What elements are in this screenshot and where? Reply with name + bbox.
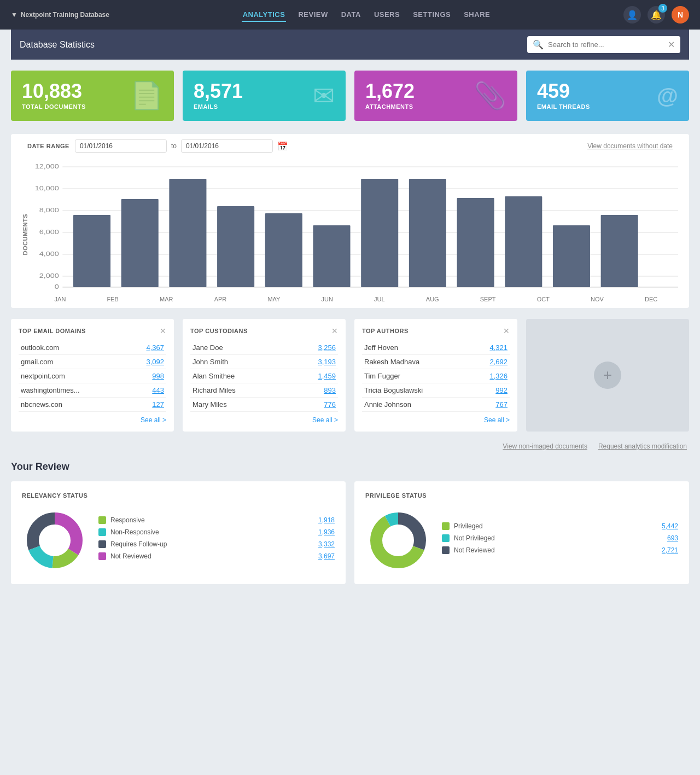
search-clear-icon[interactable]: ✕ [668,39,675,50]
month-sept: SEPT [480,296,496,302]
stat-emails-value: 8,571 [194,81,243,101]
table-row: Jane Doe 3,256 [190,341,338,355]
domain-count[interactable]: 443 [128,383,166,398]
responsive-count[interactable]: 1,918 [318,516,335,524]
date-to-input[interactable] [181,139,273,153]
month-dec: DEC [645,296,657,302]
month-jan: JAN [55,296,66,302]
month-jul: JUL [374,296,385,302]
svg-rect-20 [361,179,398,287]
stat-total-docs-label: TOTAL DOCUMENTS [22,103,86,110]
custodian-count[interactable]: 1,459 [291,369,338,383]
search-input[interactable] [548,40,663,49]
not-reviewed-rel-count[interactable]: 3,697 [318,552,335,560]
top-email-domains-close[interactable]: ✕ [160,327,166,335]
custodian-count[interactable]: 776 [291,398,338,412]
table-row: gmail.com 3,092 [19,355,166,369]
privileged-count[interactable]: 5,442 [662,522,678,530]
legend-item-responsive: Responsive 1,918 [98,516,335,524]
non-responsive-label: Non-Responsive [110,528,314,536]
search-icon: 🔍 [533,39,544,50]
custodians-table: Jane Doe 3,256 John Smith 3,193 Alan Smi… [190,341,338,412]
author-name: Annie Johnson [362,398,471,412]
nav-share[interactable]: SHARE [463,8,491,22]
brand: ▼ Nextpoint Training Database [11,11,109,19]
top-custodians-close[interactable]: ✕ [331,327,338,335]
svg-rect-16 [169,179,206,287]
domain-name: nbcnews.con [19,398,128,412]
view-non-imaged-link[interactable]: View non-imaged documents [503,442,587,450]
calendar-icon[interactable]: 📅 [277,141,288,151]
author-count[interactable]: 2,692 [471,355,510,369]
legend-item-follow-up: Requires Follow-up 3,332 [98,540,335,548]
stat-card-attachments[interactable]: 1,672 ATTACHMENTS 📎 [354,71,517,121]
add-widget-button[interactable]: + [594,362,621,389]
month-nov: NOV [591,296,604,302]
svg-rect-18 [265,213,302,287]
domain-count[interactable]: 127 [128,398,166,412]
responsive-label: Responsive [110,516,314,524]
custodian-count[interactable]: 893 [291,383,338,398]
svg-text:8,000: 8,000 [39,207,59,214]
author-name: Jeff Hoven [362,341,471,355]
stat-card-total-docs[interactable]: 10,883 TOTAL DOCUMENTS 📄 [11,71,174,121]
non-responsive-dot [98,528,106,536]
domain-count[interactable]: 4,367 [128,341,166,355]
custodian-name: Richard Miles [190,383,291,398]
view-docs-without-date-link[interactable]: View documents without date [587,142,673,150]
attachment-icon: 📎 [474,80,506,111]
not-privileged-label: Not Privileged [454,534,663,542]
add-panel[interactable]: + [526,319,689,432]
custodian-count[interactable]: 3,256 [291,341,338,355]
nav-users[interactable]: USERS [373,8,401,22]
author-count[interactable]: 767 [471,398,510,412]
not-privileged-count[interactable]: 693 [667,534,678,542]
follow-up-label: Requires Follow-up [110,540,314,548]
page-title: Database Statistics [20,40,95,50]
author-name: Rakesh Madhava [362,355,471,369]
top-authors-close[interactable]: ✕ [503,327,510,335]
nav-links: ANALYTICS REVIEW DATA USERS SETTINGS SHA… [122,8,610,22]
authors-see-all[interactable]: See all > [362,416,510,424]
date-from-input[interactable] [75,139,167,153]
user-initial-btn[interactable]: N [672,6,689,24]
nav-analytics[interactable]: ANALYTICS [242,8,287,22]
stat-card-emails[interactable]: 8,571 EMAILS ✉ [183,71,346,121]
tables-row: TOP EMAIL DOMAINS ✕ outlook.com 4,367 gm… [11,319,689,432]
author-count[interactable]: 4,321 [471,341,510,355]
email-domains-table: outlook.com 4,367 gmail.com 3,092 nextpo… [19,341,166,412]
follow-up-dot [98,540,106,548]
custodian-name: John Smith [190,355,291,369]
notification-bell-btn[interactable]: 🔔 3 [648,6,665,24]
nav-icons: 👤 🔔 3 N [623,6,689,24]
author-count[interactable]: 992 [471,383,510,398]
user-icon-btn[interactable]: 👤 [623,6,641,24]
custodian-count[interactable]: 3,193 [291,355,338,369]
email-domains-see-all[interactable]: See all > [19,416,166,424]
follow-up-count[interactable]: 3,332 [318,540,335,548]
domain-count[interactable]: 3,092 [128,355,166,369]
not-reviewed-priv-count[interactable]: 2,721 [662,546,678,554]
svg-rect-23 [505,196,542,287]
custodian-name: Mary Miles [190,398,291,412]
table-row: nbcnews.con 127 [19,398,166,412]
author-count[interactable]: 1,326 [471,369,510,383]
stat-card-email-threads[interactable]: 459 EMAIL THREADS @ [526,71,689,121]
nav-data[interactable]: DATA [340,8,362,22]
search-wrap: 🔍 ✕ [527,36,680,53]
month-feb: FEB [107,296,118,302]
legend-item-not-privileged: Not Privileged 693 [442,534,678,542]
custodians-see-all[interactable]: See all > [190,416,338,424]
legend-item-not-reviewed-priv: Not Reviewed 2,721 [442,546,678,554]
request-analytics-modification-link[interactable]: Request analytics modification [598,442,687,450]
domain-name: gmail.com [19,355,128,369]
top-custodians-header: TOP CUSTODIANS ✕ [190,327,338,335]
non-responsive-count[interactable]: 1,936 [318,528,335,536]
top-authors-header: TOP AUTHORS ✕ [362,327,510,335]
legend-item-privileged: Privileged 5,442 [442,522,678,530]
nav-review[interactable]: REVIEW [297,8,329,22]
nav-settings[interactable]: SETTINGS [412,8,452,22]
domain-count[interactable]: 998 [128,369,166,383]
chart-y-axis-label: DOCUMENTS [22,214,28,255]
month-apr: APR [214,296,227,302]
